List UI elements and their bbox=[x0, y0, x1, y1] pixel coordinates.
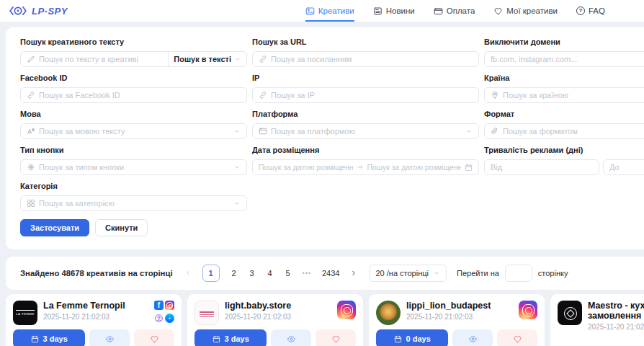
instagram-icon[interactable] bbox=[165, 301, 174, 310]
field-label: Пошук креативного тексту bbox=[20, 37, 247, 47]
date-range-picker[interactable] bbox=[252, 159, 479, 175]
avatar bbox=[558, 301, 582, 325]
avatar bbox=[376, 301, 401, 325]
page-button-4[interactable]: 4 bbox=[267, 269, 274, 278]
instagram-icon[interactable] bbox=[519, 301, 537, 319]
duration-range bbox=[484, 159, 644, 175]
facebook-icon[interactable] bbox=[154, 301, 164, 310]
bolt-icon bbox=[166, 315, 173, 321]
format-inputbox bbox=[484, 123, 644, 139]
instagram-icon[interactable] bbox=[337, 301, 356, 319]
creative-text-input[interactable] bbox=[39, 55, 162, 63]
date-from-input[interactable] bbox=[259, 164, 353, 172]
calendar-icon bbox=[31, 335, 39, 343]
nav-label: Мої креативи bbox=[506, 6, 558, 15]
chevron-down-icon bbox=[465, 128, 473, 135]
days-button[interactable]: 3 days bbox=[194, 329, 267, 346]
search-mode-select[interactable]: Пошук в тексті bbox=[168, 52, 246, 66]
card-header: lippi_lion_budapest 2025-11-20 21:02:03 bbox=[376, 301, 537, 325]
pencil-icon bbox=[27, 55, 35, 63]
country-input[interactable] bbox=[503, 91, 644, 99]
exclude-domains-input[interactable] bbox=[491, 55, 644, 63]
language-placeholder: Пошук за мовою тексту bbox=[39, 127, 230, 136]
views-button[interactable] bbox=[89, 329, 130, 346]
ip-input[interactable] bbox=[271, 91, 473, 99]
page-button-2[interactable]: 2 bbox=[231, 269, 238, 278]
card-info: light.baby.store 2025-11-20 21:02:03 bbox=[225, 301, 331, 325]
field-label: Формат bbox=[484, 110, 644, 119]
language-select[interactable]: Пошук за мовою тексту bbox=[20, 123, 247, 139]
translate-icon bbox=[27, 127, 35, 136]
chevron-left-icon bbox=[184, 270, 192, 277]
prev-page-button[interactable] bbox=[184, 270, 192, 277]
format-input[interactable] bbox=[503, 127, 644, 136]
url-input[interactable] bbox=[271, 55, 473, 63]
field-label: Дата розміщення bbox=[252, 146, 479, 155]
days-button[interactable]: 0 days bbox=[376, 329, 448, 346]
app-header: LP-SPY Креативи Новини Оплата Мої креати… bbox=[0, 0, 644, 22]
page-button-5[interactable]: 5 bbox=[285, 269, 292, 278]
card-actions: 3 days bbox=[13, 329, 174, 346]
page-content: Пошук креативного тексту Пошук в тексті bbox=[0, 27, 644, 346]
favorite-button[interactable] bbox=[134, 329, 174, 346]
card-date: 2025-11-20 21:02:03 bbox=[225, 313, 331, 321]
person-circle-icon[interactable] bbox=[154, 314, 164, 323]
nav-item-news[interactable]: Новини bbox=[373, 0, 415, 22]
category-select[interactable]: Пошук за категорією bbox=[20, 195, 247, 211]
nav-item-my-creatives[interactable]: Мої креативи bbox=[493, 0, 558, 22]
creative-card[interactable]: LA FEMME La Femme Ternopil 2025-11-20 21… bbox=[6, 294, 182, 346]
logo[interactable]: LP-SPY bbox=[9, 5, 68, 17]
button-type-placeholder: Пошук за типом кнопки bbox=[39, 163, 230, 172]
search-mode-value: Пошук в тексті bbox=[174, 55, 231, 63]
field-format: Формат bbox=[484, 110, 644, 139]
page-size-select[interactable]: 20 /на сторінці bbox=[369, 265, 447, 282]
country-inputbox bbox=[484, 87, 644, 103]
nav-item-faq[interactable]: FAQ bbox=[576, 0, 605, 22]
location-pin-icon bbox=[491, 91, 499, 99]
messenger-icon[interactable] bbox=[165, 314, 174, 323]
field-label: Мова bbox=[20, 110, 247, 119]
nav-item-payment[interactable]: Оплата bbox=[434, 0, 475, 22]
views-button[interactable] bbox=[271, 329, 311, 346]
days-button[interactable]: 3 days bbox=[13, 329, 85, 346]
link-icon bbox=[259, 91, 267, 99]
card-title: lippi_lion_budapest bbox=[406, 301, 513, 311]
creative-card[interactable]: light.baby.store 2025-11-20 21:02:03 3 d… bbox=[187, 294, 363, 346]
field-label: Країна bbox=[484, 74, 644, 83]
goto-page-input[interactable] bbox=[505, 265, 532, 282]
apply-button[interactable]: Застосувати bbox=[20, 219, 89, 236]
card-info: La Femme Ternopil 2025-11-20 21:02:03 bbox=[43, 301, 148, 325]
date-to-input[interactable] bbox=[367, 164, 462, 172]
button-type-select[interactable]: Пошук за типом кнопки bbox=[20, 159, 247, 175]
card-date: 2025-11-20 21:02:03 bbox=[406, 313, 513, 321]
duration-from-input[interactable] bbox=[491, 163, 593, 172]
platform-select[interactable]: Пошук за платформою bbox=[252, 123, 479, 139]
reset-button[interactable]: Скинути bbox=[95, 219, 148, 236]
field-button-type: Тип кнопки Пошук за типом кнопки bbox=[20, 146, 247, 175]
next-page-button[interactable] bbox=[350, 270, 357, 277]
url-inputbox bbox=[252, 51, 479, 67]
views-button[interactable] bbox=[452, 329, 493, 346]
field-platform: Платформа Пошук за платформою bbox=[252, 110, 479, 139]
page-button-3[interactable]: 3 bbox=[249, 269, 256, 278]
chevron-down-icon bbox=[233, 164, 241, 171]
field-language: Мова Пошук за мовою тексту bbox=[20, 110, 247, 139]
field-label: IP bbox=[252, 74, 479, 83]
chevron-down-icon bbox=[433, 270, 440, 277]
pagination: 1 2 3 4 5 ••• 2434 bbox=[184, 265, 358, 282]
nav-label: Креативи bbox=[318, 6, 354, 15]
facebook-id-input[interactable] bbox=[39, 91, 241, 99]
nav-item-creatives[interactable]: Креативи bbox=[305, 0, 354, 22]
creative-card[interactable]: Maestro - кухні, меблі на замовлення в У… bbox=[550, 294, 644, 346]
favorite-button[interactable] bbox=[316, 329, 356, 346]
creative-card[interactable]: lippi_lion_budapest 2025-11-20 21:02:03 … bbox=[369, 294, 545, 346]
duration-to-input[interactable] bbox=[609, 163, 644, 172]
results-summary: Знайдено 48678 креативів на сторінці bbox=[20, 269, 173, 278]
window-icon bbox=[259, 127, 267, 136]
calendar-icon bbox=[465, 164, 473, 172]
page-size-value: 20 /на сторінці bbox=[375, 269, 429, 278]
page-button-1[interactable]: 1 bbox=[202, 265, 220, 282]
page-button-last[interactable]: 2434 bbox=[322, 269, 339, 278]
page-jump-ellipsis[interactable]: ••• bbox=[303, 270, 311, 277]
favorite-button[interactable] bbox=[497, 329, 537, 346]
